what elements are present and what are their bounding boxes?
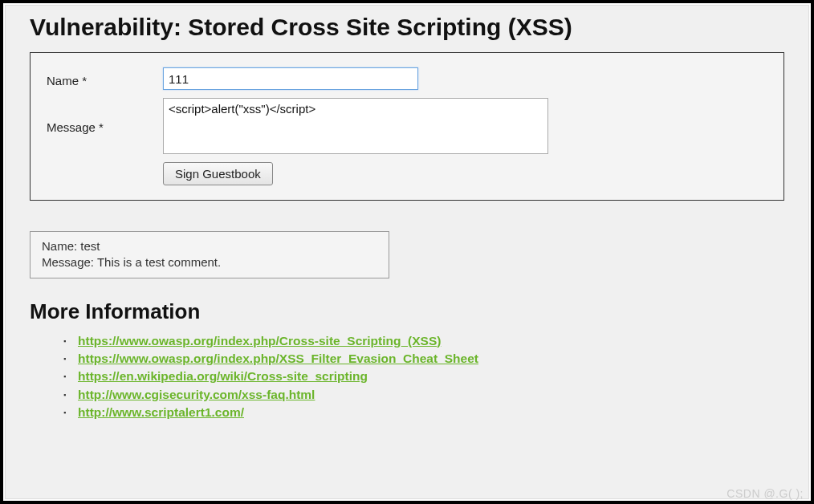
info-link-0[interactable]: https://www.owasp.org/index.php/Cross-si… — [78, 334, 441, 348]
entry-message-label: Message: — [42, 255, 94, 269]
page-title: Vulnerability: Stored Cross Site Scripti… — [30, 14, 784, 41]
info-link-4[interactable]: http://www.scriptalert1.com/ — [78, 405, 244, 419]
name-label: Name * — [47, 71, 163, 87]
guestbook-form: Name * Message * <script>alert("xss")</s… — [30, 52, 784, 201]
entry-message-value: This is a test comment. — [97, 255, 221, 269]
more-info-links: https://www.owasp.org/index.php/Cross-si… — [30, 332, 784, 422]
list-item: https://www.owasp.org/index.php/XSS_Filt… — [63, 350, 784, 368]
watermark: CSDN @.G( ); — [726, 487, 804, 500]
info-link-2[interactable]: https://en.wikipedia.org/wiki/Cross-site… — [78, 369, 368, 383]
list-item: http://www.cgisecurity.com/xss-faq.html — [63, 386, 784, 404]
entry-name-value: test — [80, 239, 100, 253]
entry-name-label: Name: — [42, 239, 77, 253]
info-link-3[interactable]: http://www.cgisecurity.com/xss-faq.html — [78, 388, 315, 401]
info-link-1[interactable]: https://www.owasp.org/index.php/XSS_Filt… — [78, 352, 478, 365]
list-item: https://en.wikipedia.org/wiki/Cross-site… — [63, 368, 784, 385]
name-input[interactable] — [163, 67, 418, 90]
message-label: Message * — [47, 98, 163, 134]
list-item: https://www.owasp.org/index.php/Cross-si… — [63, 332, 784, 350]
message-textarea[interactable]: <script>alert("xss")</script> — [163, 98, 548, 154]
guestbook-entry: Name: test Message: This is a test comme… — [30, 231, 389, 278]
list-item: http://www.scriptalert1.com/ — [63, 404, 784, 421]
entry-message-row: Message: This is a test comment. — [42, 254, 377, 270]
sign-guestbook-button[interactable]: Sign Guestbook — [163, 162, 273, 185]
more-info-heading: More Information — [30, 299, 784, 324]
entry-name-row: Name: test — [42, 238, 377, 254]
